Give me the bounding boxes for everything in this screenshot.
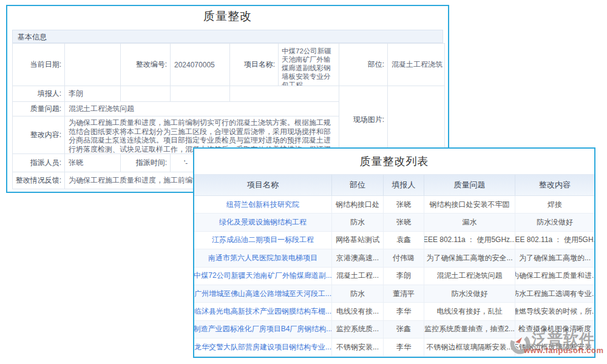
current-date-label: 当前日期: bbox=[13, 44, 65, 86]
part-cell: 混凝土工程... bbox=[332, 268, 384, 285]
project-link[interactable]: 中煤72公司新疆天池南矿厂外输煤廊道副... bbox=[194, 268, 332, 285]
quality-rectification-list-window: 质量整改列表 项目名称 部位 填报人 质量问题 整改内容 纽荷兰创新科技研究院 … bbox=[193, 147, 595, 358]
part-value: 混凝土工程浇筑 bbox=[388, 44, 445, 86]
issue-cell: 防水没做好 bbox=[424, 285, 515, 303]
content-cell: 检查摄像机图像清晰度 bbox=[515, 321, 594, 339]
part-label: 部位: bbox=[339, 44, 388, 86]
reporter-cell: 张晓 bbox=[384, 214, 424, 231]
reporter-cell: 付伟璐 bbox=[384, 249, 424, 267]
list-header-row: 项目名称 部位 填报人 质量问题 整改内容 bbox=[194, 174, 594, 196]
part-cell: 监控系统质... bbox=[332, 321, 384, 339]
table-row: 纽荷兰创新科技研究院 钢结构接口处 张晓 钢结构接口处安装不牢固 焊接 bbox=[194, 196, 594, 214]
empty-cell bbox=[121, 86, 171, 102]
content-cell: EEE 802.11a ： 使用5GH... bbox=[515, 232, 594, 249]
list-title: 质量整改列表 bbox=[194, 149, 594, 174]
content-cell: 防水工程施工选调有专业... bbox=[515, 285, 594, 303]
column-header-part: 部位 bbox=[332, 175, 384, 195]
empty-cell bbox=[230, 86, 339, 102]
issue-cell: 漏水 bbox=[424, 214, 515, 231]
reporter-label: 填报人: bbox=[13, 86, 65, 102]
project-link[interactable]: 南通市第六人民医院加装电梯项目 bbox=[194, 249, 332, 267]
table-row: 绿化及景观设施钢结构工程 防水 张晓 漏水 防水没做好 bbox=[194, 214, 594, 231]
reporter-cell: 李华 bbox=[384, 339, 424, 356]
assign-time-label: 指派时间: bbox=[121, 154, 171, 172]
content-cell: 难燃导线安装的时候，所... bbox=[515, 303, 594, 320]
rect-content-label: 整改内容: bbox=[13, 116, 65, 154]
table-row: 龙华交警大队部营房建设项目钢结构专业... 不锈钢安装... 李华 不锈钢边框玻… bbox=[194, 339, 594, 356]
project-name-label: 项目名称: bbox=[230, 44, 279, 86]
issue-cell: 为了确保施工高墩的安全... bbox=[424, 249, 515, 267]
content-cell: 不锈钢边框玻璃隔断安装... bbox=[515, 339, 594, 356]
table-row: 制造产业园标准化厂房项目B4厂房钢结构... 监控系统质... 张鑫 监控系统质… bbox=[194, 321, 594, 339]
site-photo-value bbox=[388, 86, 445, 154]
reporter-cell: 袁鑫 bbox=[384, 232, 424, 249]
column-header-content: 整改内容 bbox=[515, 175, 594, 195]
site-photo-label: 现场图片: bbox=[339, 86, 388, 154]
section-header-basic-info: 基本信息 bbox=[12, 30, 443, 43]
part-cell: 电线没有接... bbox=[332, 303, 384, 320]
project-link[interactable]: 龙华交警大队部营房建设项目钢结构专业... bbox=[194, 339, 332, 356]
part-cell: 防水 bbox=[332, 214, 384, 231]
content-cell: 防水没做好 bbox=[515, 214, 594, 231]
quality-issue-label: 质量问题: bbox=[13, 102, 65, 116]
project-name-value: 中煤72公司新疆天池南矿厂外输煤廊道副线彩钢墙板安装专业分包工程 bbox=[279, 44, 339, 86]
issue-cell: 电线没有接好，乱扯 bbox=[424, 303, 515, 320]
issue-cell: 不锈钢边框玻璃隔断安装... bbox=[424, 339, 515, 356]
table-row: 临沭县光电高新技术产业园钢膜结构车棚... 电线没有接... 李华 电线没有接好… bbox=[194, 303, 594, 320]
part-cell: 防水 bbox=[332, 285, 384, 303]
reporter-cell: 张鑫 bbox=[384, 321, 424, 339]
project-link[interactable]: 广州增城至佛山高速公路增城至天河段工... bbox=[194, 285, 332, 303]
empty-cell bbox=[171, 86, 230, 102]
reporter-value: 李朗 bbox=[65, 86, 121, 102]
issue-cell: 钢结构接口处安装不牢固 bbox=[424, 196, 515, 214]
project-link[interactable]: 绿化及景观设施钢结构工程 bbox=[194, 214, 332, 231]
issue-cell: 监控系统质量抽查，抽查2... bbox=[424, 321, 515, 339]
column-header-issue: 质量问题 bbox=[424, 175, 515, 195]
content-cell: 为确保工程施工质量和进... bbox=[515, 268, 594, 285]
table-row: 中煤72公司新疆天池南矿厂外输煤廊道副... 混凝土工程... 李朗 混泥土工程… bbox=[194, 268, 594, 285]
assignee-label: 指派人员: bbox=[13, 154, 65, 172]
current-date-value bbox=[65, 44, 121, 86]
project-link[interactable]: 制造产业园标准化厂房项目B4厂房钢结构... bbox=[194, 321, 332, 339]
project-link[interactable]: 江苏成品油二期项目一标段工程 bbox=[194, 232, 332, 249]
content-cell: 焊接 bbox=[515, 196, 594, 214]
rect-no-label: 整改编号: bbox=[121, 44, 171, 86]
reporter-cell: 张晓 bbox=[384, 196, 424, 214]
table-row: 江苏成品油二期项目一标段工程 网络基站测试 袁鑫 EEE 802.11a ： 使… bbox=[194, 232, 594, 249]
part-cell: 不锈钢安装... bbox=[332, 339, 384, 356]
quality-issue-value: 混泥土工程浇筑问题 bbox=[65, 102, 339, 116]
form-title: 质量整改 bbox=[7, 6, 448, 27]
feedback-label: 整改情况反馈: bbox=[13, 172, 65, 189]
reporter-cell: 李朗 bbox=[384, 268, 424, 285]
reporter-cell: 董清平 bbox=[384, 285, 424, 303]
table-row: 南通市第六人民医院加装电梯项目 京港澳高速... 付伟璐 为了确保施工高墩的安全… bbox=[194, 249, 594, 267]
issue-cell: EEE 802.11a ： 使用5GHz... bbox=[424, 232, 515, 249]
rect-no-value: 2024070005 bbox=[171, 44, 230, 86]
content-cell: 为了确保施工高墩的... bbox=[515, 249, 594, 267]
project-link[interactable]: 纽荷兰创新科技研究院 bbox=[194, 196, 332, 214]
reporter-cell: 李华 bbox=[384, 303, 424, 320]
assignee-value: 张晓 bbox=[65, 154, 121, 172]
list-body: 纽荷兰创新科技研究院 钢结构接口处 张晓 钢结构接口处安装不牢固 焊接 绿化及景… bbox=[194, 196, 594, 357]
part-cell: 京港澳高速... bbox=[332, 249, 384, 267]
project-link[interactable]: 临沭县光电高新技术产业园钢膜结构车棚... bbox=[194, 303, 332, 320]
part-cell: 钢结构接口处 bbox=[332, 196, 384, 214]
column-header-project: 项目名称 bbox=[194, 175, 332, 195]
issue-cell: 混泥土工程浇筑问题 bbox=[424, 268, 515, 285]
table-row: 广州增城至佛山高速公路增城至天河段工... 防水 董清平 防水没做好 防水工程施… bbox=[194, 285, 594, 303]
part-cell: 网络基站测试 bbox=[332, 232, 384, 249]
column-header-reporter: 填报人 bbox=[384, 175, 424, 195]
